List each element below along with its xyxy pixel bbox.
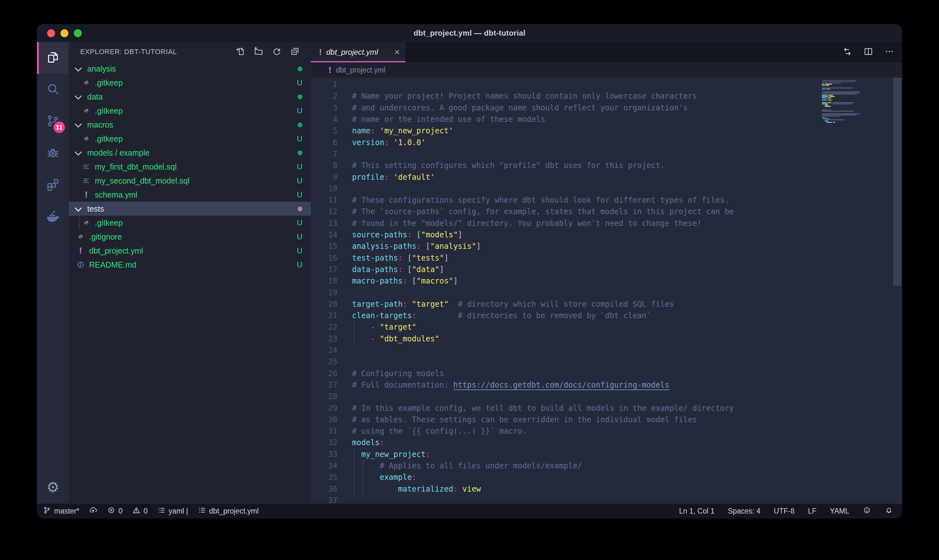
code-line-8[interactable]: 8# This setting configures which "profil… [311, 160, 902, 171]
status-right-lf[interactable]: LF [808, 507, 816, 515]
new-folder-button[interactable] [254, 46, 263, 58]
code-line-16[interactable]: 16test-paths: ["tests"] [311, 252, 902, 264]
tree-folder-analysis[interactable]: analysis [69, 62, 311, 76]
code-line-31[interactable]: 31# using the `{{ config(...) }}` macro. [311, 425, 902, 437]
status-right-bell[interactable] [885, 506, 893, 516]
code-line-33[interactable]: 33 my_new_project: [311, 449, 902, 460]
tree-item-label: .gitkeep [95, 134, 297, 143]
code-line-17[interactable]: 17data-paths: ["data"] [311, 264, 902, 275]
tree-file--gitkeep[interactable]: .gitkeepU [69, 132, 311, 146]
status-right-utf-8[interactable]: UTF-8 [774, 507, 794, 515]
code-line-22[interactable]: 22 - "target" [311, 322, 902, 333]
status-text: master* [54, 507, 79, 515]
tree-file-my-second-dbt-model-sql[interactable]: my_second_dbt_model.sqlU [69, 174, 311, 188]
code-line-4[interactable]: 4# name or the intended use of these mod… [311, 114, 902, 125]
docker-icon [46, 209, 60, 225]
git-status-badge: U [297, 162, 302, 171]
code-line-9[interactable]: 9profile: 'default' [311, 171, 902, 183]
activity-item-search[interactable] [37, 74, 69, 106]
tree-file-readme-md[interactable]: README.mdU [69, 258, 311, 272]
folder-modified-dot [298, 151, 302, 155]
tab-close-icon[interactable]: × [394, 48, 400, 57]
status-text: YAML [830, 507, 849, 515]
code-line-15[interactable]: 15analysis-paths: ["analysis"] [311, 240, 902, 252]
status-right-smiley[interactable] [863, 506, 871, 516]
code-line-23[interactable]: 23 - "dbt_modules" [311, 333, 902, 345]
status-left-0[interactable]: 0 [132, 506, 148, 516]
chevron-down-icon [75, 205, 82, 212]
activity-item-source-control[interactable]: 11 [37, 106, 69, 137]
code-line-18[interactable]: 18macro-paths: ["macros"] [311, 275, 902, 287]
activity-item-debug[interactable] [37, 137, 69, 169]
search-icon [46, 82, 60, 98]
code-line-11[interactable]: 11# These configurations specify where d… [311, 194, 902, 206]
status-left-dbt-project-yml[interactable]: dbt_project.yml [198, 506, 259, 516]
status-right-ln-1-col-1[interactable]: Ln 1, Col 1 [679, 507, 714, 515]
refresh-button[interactable] [272, 46, 282, 58]
status-left-0[interactable]: 0 [107, 506, 123, 516]
new-file-button[interactable] [236, 46, 245, 58]
tree-file--gitkeep[interactable]: .gitkeepU [69, 216, 311, 230]
folder-modified-dot [298, 123, 302, 127]
code-line-13[interactable]: 13# found in the "models/" directory. Yo… [311, 218, 902, 229]
more-editor-action[interactable] [884, 46, 894, 58]
minimize-window-button[interactable] [60, 29, 68, 37]
code-line-6[interactable]: 6version: '1.0.0' [311, 137, 902, 148]
tree-file--gitkeep[interactable]: .gitkeepU [69, 104, 311, 118]
tree-folder-macros[interactable]: macros [69, 118, 311, 132]
tree-file-schema-yml[interactable]: !schema.ymlU [69, 188, 311, 202]
breadcrumb[interactable]: ! dbt_project.yml [311, 62, 902, 78]
code-area[interactable]: 12# Name your project! Project names sho… [311, 78, 902, 504]
status-left-master[interactable]: master* [43, 506, 79, 516]
code-line-35[interactable]: 35 example: [311, 472, 902, 483]
code-line-5[interactable]: 5name: 'my_new_project' [311, 125, 902, 137]
line-number: 15 [317, 242, 337, 251]
yaml-exclaim-icon: ! [82, 191, 91, 199]
code-line-7[interactable]: 7 [311, 148, 902, 160]
code-line-1[interactable]: 1 [311, 79, 902, 90]
status-right-yaml[interactable]: YAML [830, 507, 849, 515]
status-left-yaml[interactable]: yaml | [157, 506, 188, 516]
code-line-3[interactable]: 3# and underscores. A good package name … [311, 102, 902, 114]
activity-item-docker[interactable] [37, 201, 69, 233]
code-line-12[interactable]: 12# The `source-paths` config, for examp… [311, 206, 902, 217]
activity-item-extensions[interactable] [37, 169, 69, 201]
tree-file--gitignore[interactable]: .gitignoreU [69, 230, 311, 244]
tab-dbt-project-yml[interactable]: ! dbt_project.yml × [311, 42, 405, 62]
tree-folder-models-example[interactable]: models / example [69, 146, 311, 160]
code-line-20[interactable]: 20target-path: "target" # directory whic… [311, 298, 902, 310]
status-left-cloud-upload[interactable] [89, 506, 97, 516]
line-number: 18 [317, 277, 337, 285]
code-line-14[interactable]: 14source-paths: ["models"] [311, 229, 902, 240]
code-line-30[interactable]: 30# as tables. These settings can be ove… [311, 414, 902, 425]
code-line-25[interactable]: 25 [311, 356, 902, 368]
status-right-spaces-4[interactable]: Spaces: 4 [728, 507, 760, 515]
code-line-28[interactable]: 28 [311, 391, 902, 402]
tree-folder-data[interactable]: data [69, 90, 311, 104]
zoom-window-button[interactable] [74, 29, 82, 37]
code-line-29[interactable]: 29# In this example config, we tell dbt … [311, 402, 902, 414]
code-line-21[interactable]: 21clean-targets: # directories to be rem… [311, 310, 902, 322]
tree-file-my-first-dbt-model-sql[interactable]: my_first_dbt_model.sqlU [69, 160, 311, 174]
compare-editor-action[interactable] [842, 46, 853, 58]
split-editor-action[interactable] [863, 46, 873, 58]
code-line-26[interactable]: 26# Configuring models [311, 368, 902, 379]
code-line-34[interactable]: 34 # Applies to all files under models/e… [311, 460, 902, 472]
tree-file--gitkeep[interactable]: .gitkeepU [69, 76, 311, 90]
activity-item-explorer[interactable] [37, 42, 69, 74]
close-window-button[interactable] [47, 29, 55, 37]
git-file-icon [82, 218, 91, 227]
code-line-36[interactable]: 36 materialized: view [311, 483, 902, 495]
code-line-27[interactable]: 27# Full documentation: https://docs.get… [311, 379, 902, 391]
code-line-10[interactable]: 10 [311, 183, 902, 194]
git-status-badge: U [297, 246, 302, 255]
code-line-32[interactable]: 32models: [311, 437, 902, 448]
tree-file-dbt-project-yml[interactable]: !dbt_project.ymlU [69, 244, 311, 258]
code-line-2[interactable]: 2# Name your project! Project names shou… [311, 90, 902, 102]
tree-folder-tests[interactable]: tests [69, 202, 311, 216]
code-line-19[interactable]: 19 [311, 287, 902, 298]
code-line-37[interactable]: 37 [311, 495, 902, 504]
settings-gear-button[interactable]: ⚙ [37, 477, 69, 497]
code-line-24[interactable]: 24 [311, 345, 902, 356]
collapse-all-button[interactable] [290, 46, 300, 58]
